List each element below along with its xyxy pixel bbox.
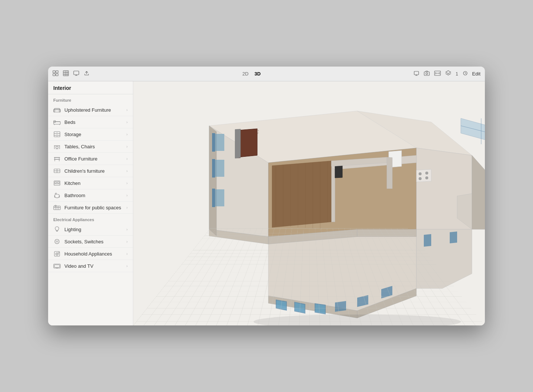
svg-marker-127 — [239, 129, 257, 157]
view-2d-button[interactable]: 2D — [240, 70, 251, 77]
sidebar-item-beds[interactable]: Beds › — [48, 116, 133, 128]
chevron-right-icon: › — [126, 181, 128, 185]
svg-point-132 — [419, 172, 422, 175]
svg-rect-3 — [56, 74, 58, 76]
sidebar-item-childrens-furniture[interactable]: Children's furniture › — [48, 165, 133, 177]
chevron-right-icon: › — [126, 227, 128, 232]
bathroom-icon — [53, 192, 61, 199]
svg-rect-25 — [59, 110, 60, 112]
sidebar-item-office-furniture[interactable]: Office Furniture › — [48, 153, 133, 165]
office-icon — [53, 155, 61, 162]
svg-rect-1 — [56, 71, 58, 73]
titlebar-right: 1 Edit — [413, 70, 480, 77]
svg-point-70 — [57, 242, 57, 243]
office-furniture-label: Office Furniture — [64, 156, 123, 162]
svg-point-16 — [426, 73, 428, 75]
spinner-icon[interactable] — [463, 71, 468, 77]
layers-icon[interactable] — [445, 70, 451, 77]
app-window: 2D 3D — [48, 67, 485, 325]
svg-marker-122 — [424, 234, 431, 247]
monitor-icon[interactable] — [73, 70, 79, 77]
household-appliances-label: Household Appliances — [64, 251, 123, 257]
chevron-right-icon: › — [126, 108, 128, 112]
svg-point-72 — [56, 253, 58, 256]
svg-point-133 — [425, 172, 428, 175]
svg-point-36 — [57, 136, 57, 137]
svg-point-35 — [57, 134, 57, 135]
sidebar-item-upholstered-furniture[interactable]: Upholstered Furniture › — [48, 104, 133, 116]
upholstered-furniture-label: Upholstered Furniture — [64, 107, 123, 113]
sidebar-item-sockets-switches[interactable]: Sockets, Switches › — [48, 236, 133, 248]
edit-button[interactable]: Edit — [472, 71, 480, 77]
svg-marker-92 — [472, 155, 485, 229]
screen-view-icon[interactable] — [413, 70, 419, 77]
svg-rect-40 — [56, 146, 58, 148]
childrens-furniture-label: Children's furniture — [64, 168, 123, 174]
content-area: Interior Furniture Upholstered Furniture… — [48, 81, 485, 325]
svg-rect-111 — [212, 189, 215, 207]
chevron-right-icon: › — [126, 169, 128, 173]
sidebar-item-video-tv[interactable]: Video and TV › — [48, 260, 133, 272]
sidebar-item-lighting[interactable]: Lighting › — [48, 223, 133, 236]
layout-icon[interactable] — [53, 70, 58, 77]
chevron-right-icon: › — [126, 205, 128, 210]
chevron-right-icon: › — [126, 239, 128, 244]
sidebar-item-bathroom[interactable]: Bathroom › — [48, 189, 133, 202]
table-chair-icon — [53, 143, 61, 150]
svg-rect-24 — [54, 110, 55, 112]
chevron-right-icon: › — [126, 251, 128, 256]
svg-marker-131 — [416, 169, 431, 182]
svg-rect-26 — [54, 122, 60, 124]
view-3d-button[interactable]: 3D — [252, 70, 263, 77]
bathroom-label: Bathroom — [64, 193, 123, 198]
3d-viewport[interactable] — [133, 81, 485, 325]
svg-marker-98 — [272, 161, 331, 227]
svg-rect-0 — [53, 71, 55, 73]
sidebar-item-public-spaces[interactable]: Furniture for public spaces › — [48, 202, 133, 214]
svg-point-134 — [419, 177, 422, 180]
public-icon — [53, 204, 61, 211]
svg-rect-109 — [212, 159, 215, 178]
svg-rect-107 — [212, 133, 215, 152]
svg-rect-108 — [215, 134, 224, 151]
svg-marker-128 — [235, 129, 241, 158]
storage-label: Storage — [64, 132, 123, 137]
dimensions-icon[interactable] — [434, 70, 441, 77]
sidebar-item-storage[interactable]: Storage › — [48, 128, 133, 141]
children-icon — [53, 168, 61, 174]
tv-icon — [53, 263, 61, 269]
svg-rect-43 — [54, 157, 60, 158]
svg-rect-77 — [54, 265, 60, 267]
svg-rect-112 — [215, 189, 224, 206]
chevron-right-icon: › — [126, 144, 128, 149]
layer-count-label: 1 — [456, 71, 458, 77]
public-spaces-label: Furniture for public spaces — [64, 205, 123, 210]
svg-rect-53 — [55, 182, 57, 183]
svg-rect-12 — [414, 71, 419, 75]
sidebar-item-tables-chairs[interactable]: Tables, Chairs › — [48, 141, 133, 153]
video-tv-label: Video and TV — [64, 263, 123, 269]
chevron-right-icon: › — [126, 120, 128, 124]
share-up-icon[interactable] — [84, 70, 90, 77]
sidebar-item-kitchen[interactable]: Kitchen › — [48, 177, 133, 189]
sidebar-item-household-appliances[interactable]: Household Appliances › — [48, 248, 133, 260]
tables-chairs-label: Tables, Chairs — [64, 144, 123, 149]
sockets-switches-label: Sockets, Switches — [64, 239, 123, 244]
bulb-icon — [53, 226, 61, 233]
titlebar-left-icons — [53, 70, 90, 77]
socket-icon — [53, 238, 61, 245]
grid-icon[interactable] — [63, 70, 69, 77]
svg-point-56 — [54, 194, 60, 198]
beds-label: Beds — [64, 119, 123, 125]
svg-point-135 — [425, 176, 428, 179]
sidebar: Interior Furniture Upholstered Furniture… — [48, 81, 133, 325]
camera-icon[interactable] — [424, 70, 430, 77]
svg-point-67 — [55, 239, 59, 244]
svg-marker-123 — [450, 232, 457, 243]
svg-point-73 — [57, 254, 57, 254]
view-toggle-group: 2D 3D — [95, 70, 408, 77]
layer-number: 1 — [456, 71, 458, 77]
bed-icon — [53, 119, 61, 125]
chevron-right-icon: › — [126, 156, 128, 161]
chevron-right-icon: › — [126, 264, 128, 268]
